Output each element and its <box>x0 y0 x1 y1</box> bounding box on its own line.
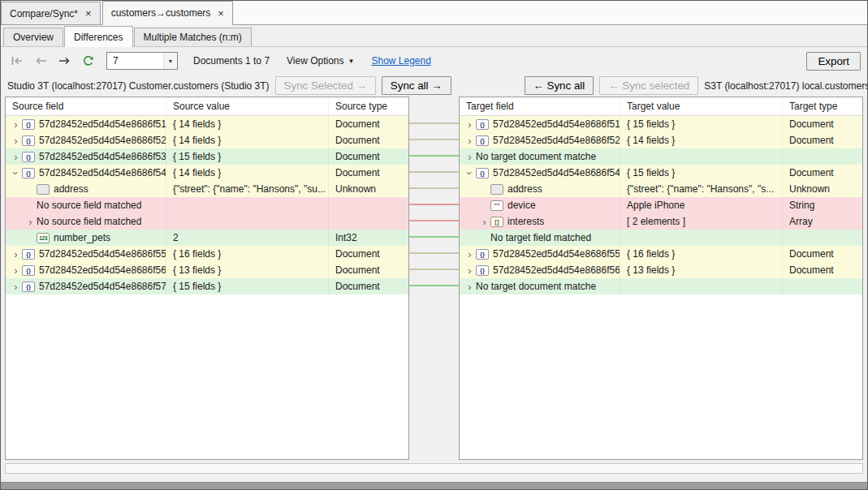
nav-first-button[interactable] <box>7 51 27 71</box>
type-label: Array <box>783 213 862 230</box>
page-selector[interactable]: 7 ▼ <box>106 52 178 70</box>
expander-icon[interactable]: › <box>24 217 37 227</box>
target-rows: ›{}57d28452ed5d4d54e8686f51{ 15 fields }… <box>460 116 862 459</box>
value-label: { 15 fields } <box>620 165 783 181</box>
expander-icon[interactable]: › <box>464 249 476 260</box>
expander-icon[interactable]: › <box>10 119 22 130</box>
value-label: { 13 fields } <box>166 262 329 278</box>
table-row[interactable]: 123number_pets2Int32 <box>6 230 408 246</box>
close-icon[interactable]: × <box>85 8 92 19</box>
value-label: { 15 fields } <box>166 278 329 294</box>
table-row[interactable]: ›{}57d28452ed5d4d54e8686f52{ 14 fields }… <box>6 132 408 148</box>
chevron-down-icon[interactable]: ▼ <box>163 53 177 69</box>
expander-icon[interactable]: › <box>464 167 475 179</box>
table-row[interactable]: ""deviceApple iPhoneString <box>460 197 862 213</box>
table-row[interactable]: ›{}57d28452ed5d4d54e8686f54{ 14 fields }… <box>6 165 408 181</box>
documents-range-label: Documents 1 to 7 <box>193 55 270 67</box>
type-label: Document <box>783 132 862 148</box>
refresh-button[interactable] <box>78 51 97 71</box>
source-rows: ›{}57d28452ed5d4d54e8686f51{ 14 fields }… <box>6 116 408 459</box>
value-label <box>166 213 329 230</box>
message-label: No source field matched <box>37 200 141 211</box>
value-label: { 14 fields } <box>166 165 329 181</box>
value-label: {"street": {"name": "Hansons", "s... <box>620 181 783 197</box>
unknown-icon <box>37 184 50 195</box>
table-row[interactable]: ›{}57d28452ed5d4d54e8686f51{ 14 fields }… <box>6 116 408 132</box>
document-icon: {} <box>22 168 35 178</box>
column-header-source-type: Source type <box>329 97 408 115</box>
target-panel: Target field Target value Target type ›{… <box>459 97 863 460</box>
sync-selected-to-target-button[interactable]: Sync Selected → <box>275 76 376 95</box>
view-options-dropdown[interactable]: View Options ▼ <box>287 55 354 67</box>
value-label: { 14 fields } <box>620 132 783 148</box>
tab-compare-sync[interactable]: Compare/Sync* × <box>1 2 101 24</box>
table-row[interactable]: ›No source field matched <box>6 213 408 230</box>
document-tabbar: Compare/Sync* × customers→customers × <box>1 1 867 25</box>
connector-line <box>409 220 459 221</box>
sync-all-to-source-button[interactable]: ← Sync all <box>525 76 594 95</box>
table-row[interactable]: ›{}57d28452ed5d4d54e8686f54{ 15 fields }… <box>460 165 862 181</box>
field-label: 57d28452ed5d4d54e8686f51 <box>493 118 620 130</box>
field-label: 57d28452ed5d4d54e8686f51 <box>39 118 166 130</box>
table-row[interactable]: ›{}57d28452ed5d4d54e8686f53{ 15 fields }… <box>6 148 408 165</box>
table-row[interactable]: ›{}57d28452ed5d4d54e8686f56{ 13 fields }… <box>6 262 408 278</box>
nav-next-button[interactable] <box>54 51 74 71</box>
compare-area: Source field Source value Source type ›{… <box>1 97 867 460</box>
tab-differences[interactable]: Differences <box>64 26 132 47</box>
bottom-spacer <box>1 474 867 482</box>
sync-selected-to-source-button[interactable]: ← Sync selected <box>599 76 698 95</box>
expander-icon[interactable]: › <box>10 265 22 276</box>
type-label: Unknown <box>329 181 408 197</box>
table-row[interactable]: No target field matched <box>460 230 862 246</box>
expander-icon[interactable]: › <box>10 152 22 162</box>
sync-all-to-target-button[interactable]: Sync all → <box>382 76 451 95</box>
connector-line <box>409 236 459 238</box>
type-label: Document <box>783 165 862 181</box>
expander-icon[interactable]: › <box>478 217 490 227</box>
expander-icon[interactable]: › <box>464 119 476 130</box>
expander-icon[interactable]: › <box>10 135 22 146</box>
show-legend-link[interactable]: Show Legend <box>371 55 430 67</box>
expander-icon[interactable]: › <box>464 152 476 162</box>
connector-line <box>409 187 459 189</box>
expander-icon[interactable]: › <box>464 265 476 276</box>
table-row[interactable]: ›{}57d28452ed5d4d54e8686f52{ 14 fields }… <box>460 132 862 148</box>
expander-icon[interactable]: › <box>10 282 22 292</box>
status-bar <box>5 463 863 474</box>
type-label: Document <box>329 132 408 148</box>
table-row[interactable]: ›{}57d28452ed5d4d54e8686f56{ 13 fields }… <box>460 262 862 278</box>
table-row[interactable]: ›{}57d28452ed5d4d54e8686f55{ 16 fields }… <box>460 246 862 262</box>
close-icon[interactable]: × <box>218 8 224 19</box>
connector-line <box>409 122 459 124</box>
expander-icon[interactable]: › <box>10 249 22 260</box>
nav-prev-button[interactable] <box>31 51 50 71</box>
type-label: Unknown <box>783 181 862 197</box>
value-label: { 15 fields } <box>166 148 329 165</box>
value-label: { 14 fields } <box>166 116 329 132</box>
table-row[interactable]: ›{}57d28452ed5d4d54e8686f57{ 15 fields }… <box>6 278 408 294</box>
table-row[interactable]: ›{}57d28452ed5d4d54e8686f51{ 15 fields }… <box>460 116 862 132</box>
expander-icon[interactable]: › <box>464 135 476 146</box>
table-row[interactable]: ›No target document matche <box>460 148 862 165</box>
expander-icon[interactable]: › <box>11 167 21 179</box>
connector-line <box>409 252 459 254</box>
tab-customers-customers[interactable]: customers→customers × <box>102 1 233 25</box>
tab-multiple-matches[interactable]: Multiple Matches (n:m) <box>134 28 252 46</box>
target-connection-label: S3T (localhost:27017) local.customers (S… <box>704 80 868 92</box>
connector-line <box>409 204 459 205</box>
table-row[interactable]: ›[]interests[ 2 elements ]Array <box>460 213 862 230</box>
export-button[interactable]: Export <box>806 52 861 71</box>
document-icon: {} <box>476 168 489 178</box>
table-row[interactable]: ›No target document matche <box>460 278 862 294</box>
tab-overview[interactable]: Overview <box>3 28 63 46</box>
right-arrow-icon <box>58 56 71 66</box>
document-icon: {} <box>22 249 35 260</box>
table-row[interactable]: No source field matched <box>6 197 408 213</box>
value-label: { 13 fields } <box>620 262 783 278</box>
table-row[interactable]: ›{}57d28452ed5d4d54e8686f55{ 16 fields }… <box>6 246 408 262</box>
table-row[interactable]: address{"street": {"name": "Hansons", "s… <box>6 181 408 197</box>
table-row[interactable]: address{"street": {"name": "Hansons", "s… <box>460 181 862 197</box>
type-label <box>329 213 408 230</box>
expander-icon[interactable]: › <box>464 282 476 292</box>
document-icon: {} <box>476 135 489 146</box>
